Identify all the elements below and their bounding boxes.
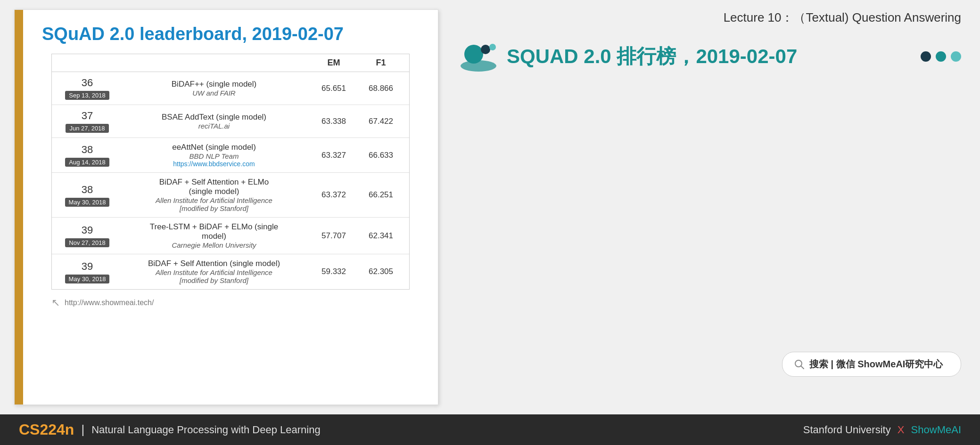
table-row: 37 Jun 27, 2018 BSAE AddText (single mod… bbox=[52, 105, 409, 138]
slide-content: SQuAD 2.0 leaderboard, 2019-02-07 EM F1 … bbox=[23, 10, 438, 405]
rank-number: 38 bbox=[82, 144, 93, 156]
leaderboard-table: EM F1 36 Sep 13, 2018 BiDAF++ (single mo… bbox=[51, 54, 410, 290]
separator: | bbox=[81, 422, 84, 437]
rank-col: 36 Sep 13, 2018 bbox=[57, 77, 118, 100]
em-score: 59.332 bbox=[310, 267, 357, 276]
svg-point-1 bbox=[464, 45, 483, 64]
slide-title: SQuAD 2.0 leaderboard, 2019-02-07 bbox=[42, 24, 419, 44]
lecture-title: Lecture 10：（Textual) Question Answering bbox=[457, 9, 961, 26]
rank-number: 39 bbox=[82, 260, 93, 273]
model-org: Carnegie Mellon University bbox=[123, 241, 305, 249]
rank-date: Nov 27, 2018 bbox=[65, 238, 109, 247]
bottom-bar: CS224n | Natural Language Processing wit… bbox=[0, 414, 980, 445]
model-org: reciTAL.ai bbox=[123, 122, 305, 130]
model-org-2: [modified by Stanford] bbox=[123, 204, 305, 212]
table-row: 39 Nov 27, 2018 Tree-LSTM + BiDAF + ELMo… bbox=[52, 218, 409, 254]
dot-light-teal bbox=[951, 51, 961, 62]
squad-logo bbox=[457, 40, 500, 73]
rank-col: 38 Aug 14, 2018 bbox=[57, 144, 118, 167]
squad-title-area: SQUAD 2.0 排行榜，2019-02-07 bbox=[457, 40, 961, 73]
em-score: 63.372 bbox=[310, 190, 357, 200]
model-org: UW and FAIR bbox=[123, 89, 305, 97]
stanford-text: Stanford University bbox=[803, 424, 891, 436]
rank-col: 39 May 30, 2018 bbox=[57, 260, 118, 283]
squad-title-text: SQUAD 2.0 排行榜，2019-02-07 bbox=[507, 43, 797, 70]
right-panel: Lecture 10：（Textual) Question Answering bbox=[438, 0, 980, 414]
model-name: eeAttNet (single model) bbox=[123, 143, 305, 152]
em-score: 65.651 bbox=[310, 84, 357, 93]
f1-score: 62.305 bbox=[357, 267, 404, 276]
rank-number: 37 bbox=[82, 110, 93, 122]
model-name: BSAE AddText (single model) bbox=[123, 113, 305, 122]
model-org: BBD NLP Team bbox=[123, 152, 305, 160]
model-name: BiDAF++ (single model) bbox=[123, 80, 305, 89]
table-header-row: EM F1 bbox=[52, 54, 409, 72]
header-f1: F1 bbox=[357, 58, 404, 68]
model-org-2: [modified by Stanford] bbox=[123, 276, 305, 284]
content-area: SQuAD 2.0 leaderboard, 2019-02-07 EM F1 … bbox=[0, 0, 980, 414]
cursor-icon: ↖ bbox=[51, 297, 60, 309]
dots-row bbox=[921, 51, 961, 62]
table-row: 36 Sep 13, 2018 BiDAF++ (single model) U… bbox=[52, 72, 409, 105]
cs-badge: CS224n bbox=[19, 421, 74, 438]
svg-line-5 bbox=[801, 366, 804, 369]
model-col: BSAE AddText (single model) reciTAL.ai bbox=[118, 113, 310, 130]
search-text: 搜索 | 微信 ShowMeAI研究中心 bbox=[809, 358, 943, 371]
f1-score: 67.422 bbox=[357, 117, 404, 126]
squad-right-title: SQUAD 2.0 排行榜，2019-02-07 bbox=[507, 43, 961, 70]
rank-date: May 30, 2018 bbox=[65, 275, 110, 283]
showmeai-text: ShowMeAI bbox=[911, 424, 961, 436]
f1-score: 66.251 bbox=[357, 190, 404, 200]
model-link[interactable]: https://www.bbdservice.com bbox=[123, 160, 305, 168]
rank-date: Sep 13, 2018 bbox=[65, 91, 109, 100]
model-col: BiDAF++ (single model) UW and FAIR bbox=[118, 80, 310, 97]
bottom-left: CS224n | Natural Language Processing wit… bbox=[19, 421, 321, 438]
rank-date: Aug 14, 2018 bbox=[65, 158, 109, 167]
svg-point-2 bbox=[481, 45, 490, 54]
model-name: BiDAF + Self Attention (single model) bbox=[123, 259, 305, 268]
em-score: 63.327 bbox=[310, 151, 357, 160]
search-icon bbox=[794, 359, 805, 370]
svg-point-3 bbox=[489, 44, 496, 50]
f1-score: 62.341 bbox=[357, 231, 404, 241]
model-col: Tree-LSTM + BiDAF + ELMo (singlemodel) C… bbox=[118, 222, 310, 249]
x-separator: X bbox=[898, 424, 907, 436]
em-score: 63.338 bbox=[310, 117, 357, 126]
search-box[interactable]: 搜索 | 微信 ShowMeAI研究中心 bbox=[782, 352, 961, 377]
table-row: 38 May 30, 2018 BiDAF + Self Attention +… bbox=[52, 173, 409, 218]
model-col: BiDAF + Self Attention (single model) Al… bbox=[118, 259, 310, 284]
em-score: 57.707 bbox=[310, 231, 357, 241]
rank-date: Jun 27, 2018 bbox=[66, 124, 108, 133]
rank-col: 39 Nov 27, 2018 bbox=[57, 224, 118, 247]
rank-date: May 30, 2018 bbox=[65, 198, 110, 207]
rank-number: 38 bbox=[82, 184, 93, 196]
model-name: BiDAF + Self Attention + ELMo(single mod… bbox=[123, 178, 305, 196]
footer-url[interactable]: http://www.showmeai.tech/ bbox=[65, 299, 154, 307]
model-name: Tree-LSTM + BiDAF + ELMo (singlemodel) bbox=[123, 222, 305, 241]
rank-col: 37 Jun 27, 2018 bbox=[57, 110, 118, 133]
model-org: Allen Institute for Artificial Intellige… bbox=[123, 268, 305, 276]
dot-dark bbox=[921, 51, 931, 62]
model-col: eeAttNet (single model) BBD NLP Team htt… bbox=[118, 143, 310, 168]
table-row: 38 Aug 14, 2018 eeAttNet (single model) … bbox=[52, 138, 409, 173]
table-row: 39 May 30, 2018 BiDAF + Self Attention (… bbox=[52, 254, 409, 289]
slide-footer: ↖ http://www.showmeai.tech/ bbox=[42, 290, 419, 316]
rank-number: 36 bbox=[82, 77, 93, 89]
model-col: BiDAF + Self Attention + ELMo(single mod… bbox=[118, 178, 310, 212]
f1-score: 66.633 bbox=[357, 151, 404, 160]
slide-panel: SQuAD 2.0 leaderboard, 2019-02-07 EM F1 … bbox=[14, 9, 438, 405]
header-em: EM bbox=[310, 58, 357, 68]
dot-teal bbox=[936, 51, 946, 62]
rank-number: 39 bbox=[82, 224, 93, 236]
main-container: SQuAD 2.0 leaderboard, 2019-02-07 EM F1 … bbox=[0, 0, 980, 445]
slide-accent bbox=[15, 10, 23, 405]
bottom-subtitle: Natural Language Processing with Deep Le… bbox=[91, 424, 321, 436]
rank-col: 38 May 30, 2018 bbox=[57, 184, 118, 207]
bottom-right: Stanford University X ShowMeAI bbox=[803, 424, 961, 436]
f1-score: 68.866 bbox=[357, 84, 404, 93]
model-org: Allen Institute for Artificial Intellige… bbox=[123, 196, 305, 204]
